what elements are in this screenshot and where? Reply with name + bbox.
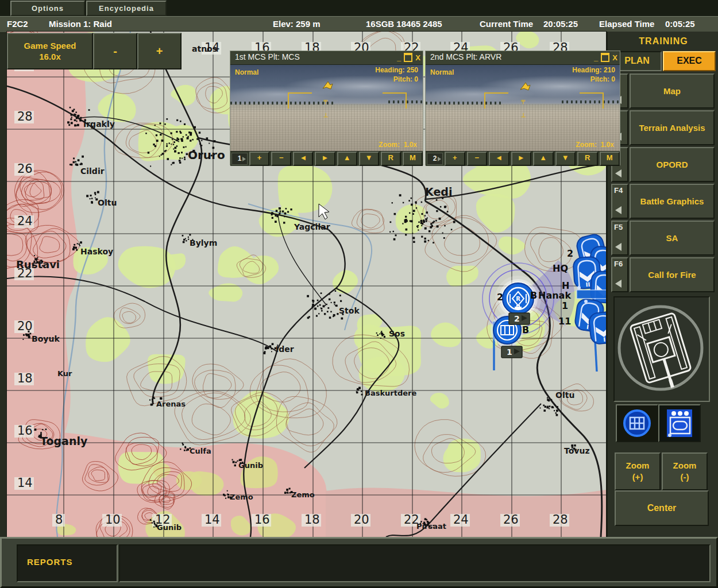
camera-pan-left-button[interactable]: ◄ — [293, 152, 313, 166]
map-place-label: Oruro — [188, 148, 225, 162]
sidebar-title: TRAINING — [608, 36, 718, 47]
minimize-icon[interactable]: _ — [397, 54, 401, 61]
map-place-label: Haskoy — [80, 247, 113, 256]
elevation-readout: Elev: 259 m — [273, 19, 321, 29]
elapsed-time-value: 0:05:25 — [665, 19, 695, 29]
map-grid-label: 24 — [17, 214, 33, 228]
camera-window-1-titlebar[interactable]: 1st MCS Plt: MCS _ X — [230, 51, 423, 65]
minimize-icon[interactable]: _ — [594, 54, 598, 61]
camera-window-2-titlebar[interactable]: 2nd MCS Plt: ARVR _ X — [426, 51, 620, 65]
sidebar-button-terrain-analysis[interactable]: 2 Terrain Analysis — [611, 110, 715, 145]
map-place-label: Pirsaat — [416, 522, 446, 531]
map-place-label: Toganly — [40, 435, 88, 447]
camera-mode-button[interactable]: M — [600, 152, 620, 166]
hotkey-label: F6 — [614, 260, 623, 268]
left-arrow-icon — [615, 169, 622, 177]
heading-value: 250 — [407, 66, 418, 74]
camera-zoom-out-button[interactable]: − — [271, 152, 291, 166]
camera-zoom-out-button[interactable]: − — [467, 152, 488, 166]
menu-bar: Options Encyclopedia — [0, 0, 718, 16]
menu-tab-encyclopedia[interactable]: Encyclopedia — [86, 1, 167, 16]
pitch-label: Pitch: — [393, 75, 412, 83]
hotkey-strip: F5 — [611, 220, 628, 256]
friendly-unit-circle-icon — [622, 408, 653, 439]
camera-tilt-up-button[interactable]: ▲ — [337, 152, 357, 166]
camera-number-badge: 2 — [427, 153, 443, 165]
unit-text-label: 11 — [558, 316, 571, 327]
hud-reticle: 〒 — [521, 98, 527, 106]
pitch-value: 0 — [611, 75, 615, 83]
hud-reticle: 〒 — [323, 98, 329, 106]
center-button[interactable]: Center — [615, 490, 709, 526]
camera-reset-button[interactable]: R — [381, 152, 401, 166]
game-speed-decrease-button[interactable]: - — [93, 33, 137, 69]
map-grid-label: 8 — [55, 513, 63, 527]
sidebar-button-call-for-fire[interactable]: F6 Call for Fire — [611, 257, 715, 292]
camera-mode-button[interactable]: M — [403, 152, 423, 166]
sidebar-button-map[interactable]: 1 Map — [611, 74, 715, 109]
unit-text-label: B — [530, 290, 537, 301]
sidebar-button-label: Call for Fire — [630, 257, 715, 292]
map-place-label: Kur — [57, 369, 72, 378]
current-time-label: Current Time — [480, 19, 533, 29]
game-speed-increase-button[interactable]: + — [137, 33, 182, 69]
app-title: F2C2 — [7, 19, 28, 29]
cursor-arrow-icon — [321, 80, 334, 90]
map-grid-label: 14 — [204, 513, 220, 527]
sidebar-button-label: Battle Graphics — [630, 184, 715, 219]
unit-text-label: 2 — [567, 248, 573, 259]
camera-zoom-in-button[interactable]: + — [249, 152, 269, 166]
map-grid-label: 18 — [304, 513, 320, 527]
sidebar-button-label: OPORD — [630, 147, 715, 182]
camera-window-2-title: 2nd MCS Plt: ARVR — [430, 52, 501, 61]
grid-coordinate: 16SGB 18465 2485 — [366, 19, 442, 29]
camera-pan-left-button[interactable]: ◄ — [489, 152, 509, 166]
camera-controls-1: 1+−◄►▲▼RM — [230, 151, 423, 166]
map-place-label: Gunib — [157, 523, 182, 532]
hud-bracket-left — [288, 92, 312, 109]
camera-zoom-in-button[interactable]: + — [445, 152, 465, 166]
camera-tilt-down-button[interactable]: ▼ — [359, 152, 379, 166]
map-place-label: Oltu — [98, 198, 117, 207]
maximize-icon[interactable] — [601, 53, 609, 62]
unit-icon-button-circle[interactable] — [616, 404, 658, 442]
selected-recon-unit-icon[interactable]: R — [503, 283, 534, 314]
camera-tilt-down-button[interactable]: ▼ — [555, 152, 576, 166]
close-icon[interactable]: X — [612, 54, 617, 61]
zoom-in-button[interactable]: Zoom (+) — [615, 452, 661, 490]
camera-tilt-up-button[interactable]: ▲ — [533, 152, 554, 166]
heading-label: Heading: — [572, 66, 601, 74]
vehicle-status-display[interactable] — [613, 296, 710, 402]
mission-title: Mission 1: Raid — [49, 19, 112, 29]
map-place-label: Bylym — [190, 238, 217, 247]
camera-reset-button[interactable]: R — [577, 152, 598, 166]
camera-pan-right-button[interactable]: ► — [511, 152, 532, 166]
sidebar-button-label: Terrain Analysis — [630, 110, 715, 145]
hotkey-strip: F6 — [611, 257, 628, 292]
camera-controls-2: 2+−◄►▲▼RM — [426, 151, 620, 166]
sidebar-button-opord[interactable]: 3 OPORD — [611, 147, 715, 182]
game-speed-title: Game Speed — [24, 40, 76, 51]
map-place-label: Sos — [389, 329, 405, 338]
reports-bar: REPORTS — [0, 537, 718, 588]
zoom-out-button[interactable]: Zoom (-) — [662, 452, 708, 490]
reports-button[interactable]: REPORTS — [17, 544, 118, 582]
camera-number-badge: 1 — [231, 153, 248, 165]
camera-view-2: Normal Heading: 210 Pitch: 0 Zoom: 1.0x … — [426, 65, 620, 151]
cursor-arrow-icon — [519, 81, 531, 91]
map-place-label: Gunib — [238, 461, 263, 470]
hotkey-label: F4 — [614, 186, 623, 195]
map-grid-label: 28 — [17, 110, 33, 123]
unit-text-label: Hanak — [538, 290, 571, 301]
unit-icon-button-vehicle[interactable] — [658, 404, 701, 442]
sidebar-button-battle-graphics[interactable]: F4 Battle Graphics — [611, 184, 715, 219]
sidebar-button-sa[interactable]: F5 SA — [611, 220, 715, 256]
map-grid-label: 26 — [17, 162, 33, 176]
map-place-label: Boyuk — [32, 334, 60, 343]
camera-pan-right-button[interactable]: ► — [315, 152, 335, 166]
menu-tab-options[interactable]: Options — [10, 1, 85, 16]
close-icon[interactable]: X — [415, 54, 420, 61]
tab-exec[interactable]: EXEC — [663, 51, 716, 71]
zoom-label: Zoom: — [576, 141, 597, 149]
maximize-icon[interactable] — [404, 53, 412, 62]
